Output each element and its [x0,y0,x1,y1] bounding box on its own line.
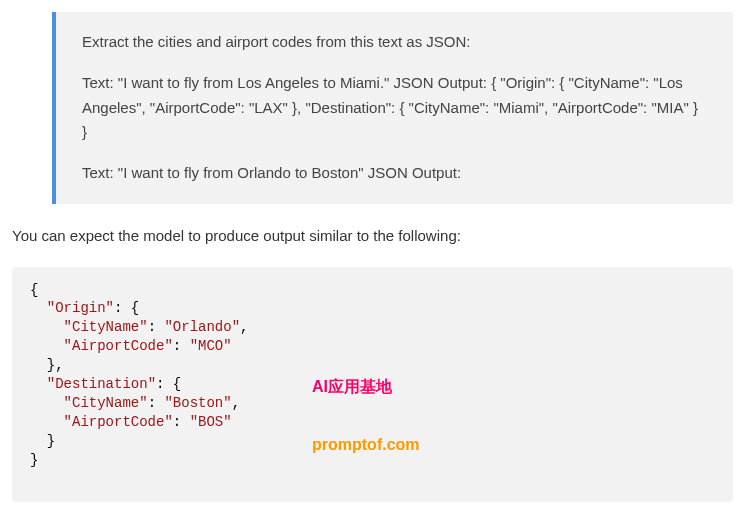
code-indent [30,414,64,430]
json-key: "Destination" [47,376,156,392]
json-value: "BOS" [190,414,232,430]
json-key: "CityName" [64,319,148,335]
code-line: } [30,452,38,468]
watermark-line-2: promptof.com [312,435,420,454]
prompt-footer: Text: "I want to fly from Orlando to Bos… [82,161,707,186]
json-key: "Origin" [47,300,114,316]
code-punct: , [240,319,248,335]
code-punct: : { [156,376,181,392]
json-key: "CityName" [64,395,148,411]
watermark-line-1: AI应用基地 [312,377,420,396]
code-indent [30,395,64,411]
code-indent [30,376,47,392]
code-punct: : { [114,300,139,316]
json-key: "AirportCode" [64,414,173,430]
json-key: "AirportCode" [64,338,173,354]
code-punct: : [173,414,190,430]
lead-text: You can expect the model to produce outp… [12,224,733,249]
code-indent [30,300,47,316]
code-punct: : [148,395,165,411]
json-output-code: { "Origin": { "CityName": "Orlando", "Ai… [12,267,733,503]
prompt-body: Text: "I want to fly from Los Angeles to… [82,71,707,145]
code-line: { [30,282,38,298]
prompt-title: Extract the cities and airport codes fro… [82,30,707,55]
code-line: }, [30,357,64,373]
watermark: AI应用基地 promptof.com [312,339,420,493]
json-value: "Boston" [164,395,231,411]
code-indent [30,338,64,354]
prompt-example-box: Extract the cities and airport codes fro… [52,12,733,204]
code-punct: : [173,338,190,354]
json-value: "MCO" [190,338,232,354]
code-punct: : [148,319,165,335]
code-indent [30,319,64,335]
code-punct: , [232,395,240,411]
json-value: "Orlando" [164,319,240,335]
code-line: } [30,433,55,449]
